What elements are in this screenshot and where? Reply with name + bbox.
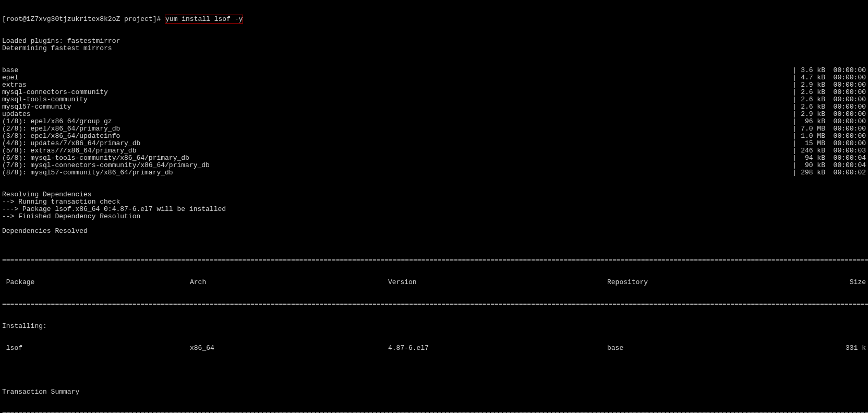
output-line: Loaded plugins: fastestmirror: [2, 38, 866, 45]
output-row: base| 3.6 kB 00:00:00: [2, 67, 866, 74]
output-line: --> Running transaction check: [2, 198, 866, 206]
pkg-version: 4.87-6.el7: [388, 345, 607, 352]
row-right: | 4.7 kB 00:00:00: [793, 74, 866, 81]
row-left: mysql-tools-community: [2, 96, 88, 103]
row-right: | 7.0 MB 00:00:00: [793, 125, 866, 133]
row-right: | 90 kB 00:00:04: [793, 162, 866, 169]
prompt-line-1: [root@iZ7xvg30tjzukritex8k2oZ project]# …: [2, 16, 866, 23]
row-right: | 1.0 MB 00:00:00: [793, 133, 866, 140]
row-left: (1/8): epel/x86_64/group_gz: [2, 118, 112, 125]
pkg-size: 331 k: [785, 345, 866, 352]
output-row: (6/8): mysql-tools-community/x86_64/prim…: [2, 155, 866, 162]
output-line: [2, 220, 866, 228]
row-right: | 2.9 kB 00:00:00: [793, 81, 866, 89]
pkg-name: lsof: [2, 345, 190, 352]
output-row: extras| 2.9 kB 00:00:00: [2, 81, 866, 89]
row-left: (7/8): mysql-connectors-community/x86_64…: [2, 162, 210, 169]
output-line: Resolving Dependencies: [2, 191, 866, 198]
pkg-repo: base: [607, 345, 785, 352]
row-right: | 94 kB 00:00:04: [793, 155, 866, 162]
row-right: | 2.6 kB 00:00:00: [793, 96, 866, 103]
output-row: (7/8): mysql-connectors-community/x86_64…: [2, 162, 866, 169]
package-table-header: Package Arch Version Repository Size: [2, 279, 866, 286]
row-left: epel: [2, 74, 18, 81]
output-line: [2, 235, 866, 242]
row-left: mysql57-community: [2, 103, 71, 111]
row-left: (2/8): epel/x86_64/primary_db: [2, 125, 120, 133]
pkg-arch: x86_64: [190, 345, 388, 352]
output-line: ---> Package lsof.x86_64 0:4.87-6.el7 wi…: [2, 206, 866, 213]
output-row: mysql-tools-community| 2.6 kB 00:00:00: [2, 96, 866, 103]
transaction-summary-label: Transaction Summary: [2, 388, 866, 396]
row-right: | 2.9 kB 00:00:00: [793, 111, 866, 118]
row-left: (8/8): mysql57-community/x86_64/primary_…: [2, 169, 173, 176]
output-row: epel| 4.7 kB 00:00:00: [2, 74, 866, 81]
divider-top: ========================================…: [2, 257, 866, 264]
package-row: lsof x86_64 4.87-6.el7 base 331 k: [2, 345, 866, 352]
row-right: | 96 kB 00:00:00: [793, 118, 866, 125]
row-right: | 2.6 kB 00:00:00: [793, 103, 866, 111]
row-right: | 15 MB 00:00:00: [793, 140, 866, 147]
output-row: updates| 2.9 kB 00:00:00: [2, 111, 866, 118]
output-row: (8/8): mysql57-community/x86_64/primary_…: [2, 169, 866, 176]
output-row: (4/8): updates/7/x86_64/primary_db| 15 M…: [2, 140, 866, 147]
row-left: (6/8): mysql-tools-community/x86_64/prim…: [2, 155, 189, 162]
output-line: --> Finished Dependency Resolution: [2, 213, 866, 220]
typed-command: yum install lsof -y: [165, 15, 243, 23]
row-right: | 246 kB 00:00:03: [793, 147, 866, 155]
col-version: Version: [388, 279, 607, 286]
output-row: (2/8): epel/x86_64/primary_db| 7.0 MB 00…: [2, 125, 866, 133]
row-left: mysql-connectors-community: [2, 89, 108, 96]
terminal[interactable]: [root@iZ7xvg30tjzukritex8k2oZ project]# …: [0, 0, 868, 413]
output-row: (5/8): extras/7/x86_64/primary_db| 246 k…: [2, 147, 866, 155]
output-line: Dependencies Resolved: [2, 228, 866, 235]
col-size: Size: [785, 279, 866, 286]
col-arch: Arch: [190, 279, 388, 286]
row-left: updates: [2, 111, 31, 118]
blank-line: [2, 367, 866, 374]
col-repository: Repository: [607, 279, 785, 286]
output-row: mysql57-community| 2.6 kB 00:00:00: [2, 103, 866, 111]
row-left: (5/8): extras/7/x86_64/primary_db: [2, 147, 136, 155]
output-row: mysql-connectors-community| 2.6 kB 00:00…: [2, 89, 866, 96]
row-left: extras: [2, 81, 27, 89]
output-line: Determining fastest mirrors: [2, 45, 866, 52]
prompt-prefix: [root@iZ7xvg30tjzukritex8k2oZ project]#: [2, 15, 165, 23]
output-row: (3/8): epel/x86_64/updateinfo| 1.0 MB 00…: [2, 133, 866, 140]
divider-bottom: ========================================…: [2, 410, 866, 413]
row-left: (3/8): epel/x86_64/updateinfo: [2, 133, 120, 140]
row-right: | 2.6 kB 00:00:00: [793, 89, 866, 96]
row-left: base: [2, 67, 18, 74]
row-right: | 298 kB 00:00:02: [793, 169, 866, 176]
row-right: | 3.6 kB 00:00:00: [793, 67, 866, 74]
installing-label: Installing:: [2, 323, 866, 330]
divider-mid: ========================================…: [2, 301, 866, 308]
col-package: Package: [2, 279, 190, 286]
row-left: (4/8): updates/7/x86_64/primary_db: [2, 140, 140, 147]
output-row: (1/8): epel/x86_64/group_gz| 96 kB 00:00…: [2, 118, 866, 125]
